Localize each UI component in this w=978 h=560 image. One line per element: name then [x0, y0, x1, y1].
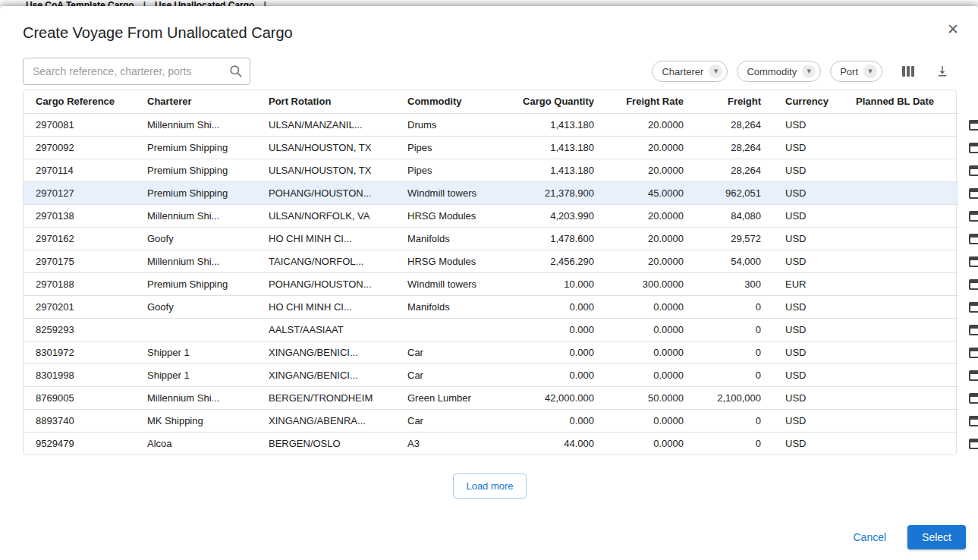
background-page-tabs: Use CoA Template Cargo | Use Unallocated… — [0, 0, 978, 6]
table-cell: USD — [773, 409, 844, 432]
table-cell: USD — [773, 113, 844, 136]
calendar-icon[interactable] — [969, 211, 978, 222]
select-button[interactable]: Select — [907, 525, 966, 549]
calendar-icon[interactable] — [969, 279, 978, 290]
table-row[interactable]: 2970127Premium ShippingPOHANG/HOUSTON...… — [24, 181, 958, 204]
table-row[interactable]: 8259293AALST/AASIAAT0.0000.00000USD — [24, 318, 958, 341]
search-input[interactable] — [23, 58, 250, 85]
table-cell — [844, 386, 958, 409]
calendar-icon[interactable] — [969, 439, 978, 449]
calendar-icon[interactable] — [969, 143, 978, 153]
calendar-icon[interactable] — [969, 120, 978, 131]
table-row[interactable]: 2970092Premium ShippingULSAN/HOUSTON, TX… — [24, 136, 958, 159]
download-icon[interactable] — [936, 64, 949, 78]
table-row[interactable]: 2970081Millennium Shi...ULSAN/MANZANIL..… — [24, 113, 958, 136]
table-cell: 0.000 — [502, 295, 606, 318]
table-cell: USD — [773, 181, 844, 204]
table-row[interactable]: 2970114Premium ShippingULSAN/HOUSTON, TX… — [24, 159, 958, 181]
page-title: Create Voyage From Unallocated Cargo — [23, 23, 957, 42]
calendar-icon[interactable] — [969, 165, 978, 176]
table-cell: 44.000 — [502, 432, 606, 455]
table-cell: POHANG/HOUSTON... — [256, 272, 395, 295]
table-cell: 0 — [696, 432, 773, 455]
table-row[interactable]: 8893740MK ShippingXINGANG/ABENRA...Car0.… — [24, 409, 958, 432]
table-cell: HO CHI MINH CI... — [256, 227, 395, 250]
charterer-filter-dropdown[interactable]: Charterer ▾ — [652, 61, 728, 82]
calendar-icon[interactable] — [969, 256, 978, 267]
table-cell: 0.000 — [502, 409, 606, 432]
table-row[interactable]: 2970162GoofyHO CHI MINH CI...Manifolds1,… — [24, 227, 958, 250]
table-cell: Windmill towers — [395, 181, 502, 204]
close-icon[interactable]: ✕ — [943, 20, 963, 39]
table-cell: 20.0000 — [606, 136, 696, 159]
table-cell — [844, 204, 958, 227]
table-cell: 8769005 — [24, 386, 135, 409]
table-cell: USD — [773, 295, 844, 318]
column-header: Freight Rate — [606, 90, 696, 113]
table-row[interactable]: 8769005Millennium Shi...BERGEN/TRONDHEIM… — [24, 386, 958, 409]
table-cell: A3 — [395, 432, 502, 455]
table-cell: BERGEN/TRONDHEIM — [256, 386, 395, 409]
column-header: Planned BL Date — [844, 90, 958, 113]
table-cell — [844, 113, 958, 136]
calendar-icon[interactable] — [969, 302, 978, 313]
table-row[interactable]: 8301972Shipper 1XINGANG/BENICI...Car0.00… — [24, 341, 958, 363]
table-cell: Car — [395, 341, 502, 363]
tab-use-unallocated-cargo[interactable]: Use Unallocated Cargo — [155, 0, 254, 6]
table-cell: 2,456.290 — [502, 250, 606, 272]
table-row[interactable]: 8301998Shipper 1XINGANG/BENICI...Car0.00… — [24, 363, 958, 386]
modal-footer: Cancel Select — [853, 525, 966, 549]
table-cell: 1,413.180 — [502, 136, 606, 159]
table-row[interactable]: 2970175Millennium Shi...TAICANG/NORFOL..… — [24, 250, 958, 272]
table-cell: 4,203.990 — [502, 204, 606, 227]
table-cell — [844, 318, 958, 341]
table-cell: BERGEN/OSLO — [256, 432, 395, 455]
calendar-icon[interactable] — [969, 234, 978, 244]
table-cell — [844, 432, 958, 455]
chevron-down-icon: ▾ — [863, 64, 877, 78]
columns-icon[interactable] — [901, 64, 916, 78]
table-row[interactable]: 2970188Premium ShippingPOHANG/HOUSTON...… — [24, 272, 958, 295]
table-cell: 1,478.600 — [502, 227, 606, 250]
table-cell — [844, 341, 958, 363]
table-cell: 0 — [696, 409, 773, 432]
cancel-button[interactable]: Cancel — [853, 531, 886, 543]
table-cell: 0.0000 — [606, 318, 696, 341]
table-cell: USD — [773, 227, 844, 250]
table-cell: 20.0000 — [606, 159, 696, 181]
table-cell: 300.0000 — [606, 272, 696, 295]
table-cell: Goofy — [135, 295, 256, 318]
table-cell: HRSG Modules — [395, 250, 502, 272]
calendar-icon[interactable] — [969, 370, 978, 381]
calendar-icon[interactable] — [969, 416, 978, 426]
table-cell — [844, 272, 958, 295]
table-cell: Premium Shipping — [135, 272, 256, 295]
calendar-icon[interactable] — [969, 325, 978, 335]
table-cell: Shipper 1 — [135, 341, 256, 363]
table-cell — [844, 136, 958, 159]
port-filter-dropdown[interactable]: Port ▾ — [830, 61, 882, 82]
table-cell: 42,000.000 — [502, 386, 606, 409]
table-cell: 2970162 — [24, 227, 135, 250]
table-cell: 1,413.180 — [502, 113, 606, 136]
calendar-icon[interactable] — [969, 393, 978, 404]
table-cell: EUR — [773, 272, 844, 295]
table-row[interactable]: 2970138Millennium Shi...ULSAN/NORFOLK, V… — [24, 204, 958, 227]
commodity-filter-dropdown[interactable]: Commodity ▾ — [737, 61, 821, 82]
calendar-icon[interactable] — [969, 348, 978, 358]
load-more-button[interactable]: Load more — [453, 473, 526, 499]
table-row[interactable]: 2970201GoofyHO CHI MINH CI...Manifolds0.… — [24, 295, 958, 318]
column-header: Charterer — [135, 90, 256, 113]
table-row[interactable]: 9529479AlcoaBERGEN/OSLOA344.0000.00000US… — [24, 432, 958, 455]
table-cell: USD — [773, 363, 844, 386]
table-cell: ULSAN/HOUSTON, TX — [256, 159, 395, 181]
calendar-icon[interactable] — [969, 188, 978, 199]
table-cell: XINGANG/BENICI... — [256, 363, 395, 386]
chevron-down-icon: ▾ — [802, 64, 816, 78]
column-header: Currency — [773, 90, 844, 113]
table-cell: Pipes — [395, 159, 502, 181]
table-cell — [135, 318, 256, 341]
tab-use-coa-template-cargo[interactable]: Use CoA Template Cargo — [26, 0, 134, 6]
table-cell: 2,100,000 — [696, 386, 773, 409]
table-cell — [844, 159, 958, 181]
